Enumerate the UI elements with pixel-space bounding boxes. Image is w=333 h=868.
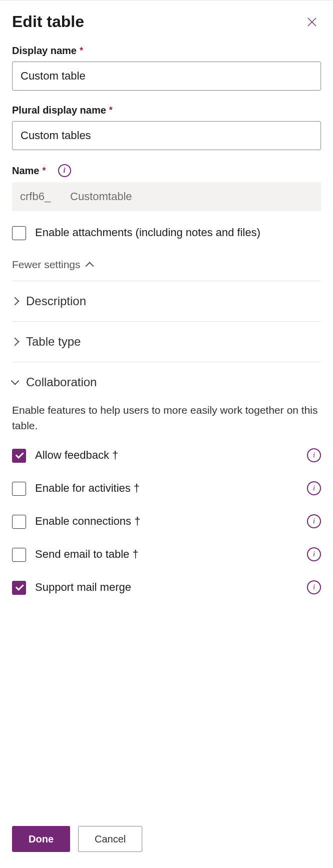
description-section-header[interactable]: Description bbox=[12, 281, 321, 321]
name-prefix: crfb6_ bbox=[12, 182, 62, 211]
panel-title: Edit table bbox=[12, 13, 84, 31]
enable-connections-row: Enable connections † i bbox=[12, 514, 321, 529]
name-label: Name * i bbox=[12, 164, 321, 177]
enable-attachments-checkbox[interactable] bbox=[12, 226, 26, 240]
info-icon[interactable]: i bbox=[307, 481, 321, 495]
close-icon bbox=[307, 17, 317, 27]
table-type-section-header[interactable]: Table type bbox=[12, 322, 321, 362]
enable-activities-row: Enable for activities † i bbox=[12, 481, 321, 496]
edit-table-panel: Edit table Display name * Plural display… bbox=[0, 0, 333, 868]
enable-connections-checkbox[interactable] bbox=[12, 515, 26, 529]
description-section-title: Description bbox=[26, 294, 86, 308]
send-email-checkbox[interactable] bbox=[12, 548, 26, 562]
support-mail-merge-label: Support mail merge bbox=[35, 581, 298, 594]
display-name-label: Display name * bbox=[12, 45, 321, 57]
collaboration-description: Enable features to help users to more ea… bbox=[12, 402, 321, 434]
support-mail-merge-checkbox[interactable] bbox=[12, 581, 26, 595]
allow-feedback-row: Allow feedback † i bbox=[12, 448, 321, 463]
chevron-right-icon bbox=[11, 337, 20, 346]
chevron-up-icon bbox=[85, 262, 94, 270]
allow-feedback-label: Allow feedback † bbox=[35, 449, 298, 462]
enable-activities-label: Enable for activities † bbox=[35, 482, 298, 495]
collaboration-section-title: Collaboration bbox=[26, 375, 97, 389]
enable-attachments-row: Enable attachments (including notes and … bbox=[12, 225, 321, 241]
close-button[interactable] bbox=[303, 13, 321, 31]
chevron-right-icon bbox=[11, 297, 20, 305]
display-name-field: Display name * bbox=[12, 45, 321, 91]
fewer-settings-toggle[interactable]: Fewer settings bbox=[12, 259, 93, 271]
send-email-label: Send email to table † bbox=[35, 548, 298, 561]
plural-name-input[interactable] bbox=[12, 121, 321, 150]
display-name-input[interactable] bbox=[12, 62, 321, 91]
done-button[interactable]: Done bbox=[12, 826, 70, 852]
plural-name-field: Plural display name * bbox=[12, 105, 321, 150]
required-star: * bbox=[109, 105, 113, 116]
name-field: Name * i crfb6_ bbox=[12, 164, 321, 211]
plural-name-label: Plural display name * bbox=[12, 105, 321, 116]
collaboration-section-header[interactable]: Collaboration bbox=[12, 362, 321, 402]
table-type-section-title: Table type bbox=[26, 335, 81, 349]
info-icon[interactable]: i bbox=[307, 547, 321, 561]
support-mail-merge-row: Support mail merge i bbox=[12, 580, 321, 595]
panel-footer: Done Cancel bbox=[0, 814, 333, 868]
scroll-area[interactable]: Display name * Plural display name * Nam… bbox=[0, 35, 333, 814]
info-icon[interactable]: i bbox=[307, 514, 321, 528]
name-input bbox=[62, 182, 321, 211]
info-icon[interactable]: i bbox=[307, 448, 321, 462]
panel-header: Edit table bbox=[0, 1, 333, 35]
chevron-down-icon bbox=[11, 376, 20, 385]
name-input-row: crfb6_ bbox=[12, 182, 321, 211]
enable-activities-checkbox[interactable] bbox=[12, 482, 26, 496]
info-icon[interactable]: i bbox=[307, 580, 321, 594]
info-icon[interactable]: i bbox=[58, 164, 71, 177]
send-email-row: Send email to table † i bbox=[12, 547, 321, 562]
enable-attachments-label: Enable attachments (including notes and … bbox=[35, 225, 260, 241]
required-star: * bbox=[80, 46, 83, 56]
allow-feedback-checkbox[interactable] bbox=[12, 449, 26, 463]
cancel-button[interactable]: Cancel bbox=[78, 826, 142, 852]
required-star: * bbox=[42, 166, 46, 176]
enable-connections-label: Enable connections † bbox=[35, 515, 298, 528]
